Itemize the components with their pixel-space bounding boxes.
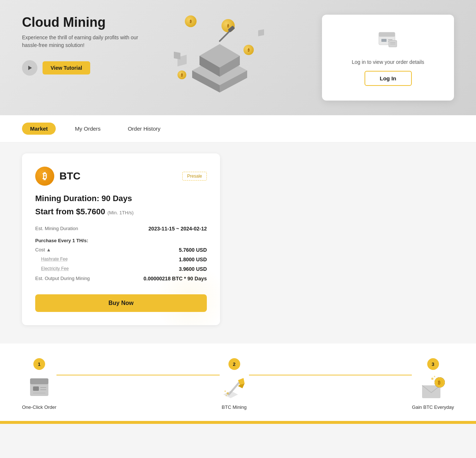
- step-1-top: 1: [33, 358, 45, 370]
- card-header-left: ₿ BTC: [35, 167, 81, 186]
- play-button[interactable]: [22, 60, 37, 76]
- nav-bar: Market My Orders Order History: [0, 115, 476, 142]
- step-connector-2: [249, 375, 412, 375]
- table-row: Est. Mining Duration 2023-11-15 ~ 2024-0…: [35, 224, 207, 233]
- btc-logo: ₿: [35, 167, 54, 186]
- hero-left: Cloud Mining Experience the thrill of ea…: [22, 15, 150, 76]
- step-1-label: One-Click Order: [22, 404, 56, 410]
- min-label: (Min. 1TH/s): [107, 210, 134, 215]
- hashrate-fee-label: Hashrate Fee: [35, 255, 115, 264]
- step-3-top: 3: [427, 358, 439, 370]
- svg-rect-23: [33, 386, 39, 391]
- mining-rig-svg: [155, 12, 284, 92]
- svg-line-7: [220, 30, 231, 41]
- svg-point-31: [224, 390, 226, 392]
- hero-title: Cloud Mining: [22, 15, 150, 30]
- est-output-label: Est. Output During Mining: [35, 274, 115, 283]
- details-table: Est. Mining Duration 2023-11-15 ~ 2024-0…: [35, 224, 207, 283]
- step-1-circle: 1: [33, 358, 45, 370]
- step-3-group: 3 ₿ Gain BTC Everyday: [412, 358, 454, 410]
- step-2-top: 2: [228, 358, 240, 370]
- mining-icon: [220, 374, 249, 400]
- mining-card: ₿ BTC Presale Mining Duration: 90 Days S…: [22, 153, 220, 325]
- step-3-circle: 3: [427, 358, 439, 370]
- table-row: Purchase Every 1 TH/s:: [35, 233, 207, 245]
- order-icon: [26, 375, 52, 399]
- mining-duration: Mining Duration: 90 Days: [35, 194, 207, 203]
- est-output-value: 0.00000218 BTC * 90 Days: [115, 274, 207, 283]
- svg-text:₿: ₿: [438, 380, 440, 385]
- login-card: Log in to view your order details Log In: [322, 15, 454, 101]
- login-button[interactable]: Log In: [365, 71, 412, 86]
- isometric-scene: ₿ ₿ ₿ ₿: [155, 12, 284, 103]
- start-price-value: Start from $5.7600: [35, 207, 105, 216]
- svg-rect-15: [381, 39, 387, 42]
- svg-rect-11: [258, 29, 264, 36]
- svg-rect-22: [30, 378, 48, 384]
- buy-now-button[interactable]: Buy Now: [35, 294, 207, 312]
- purchase-label: Purchase Every 1 TH/s:: [35, 233, 207, 245]
- svg-marker-33: [223, 391, 238, 398]
- step-2-label: BTC Mining: [222, 404, 247, 410]
- est-duration-label: Est. Mining Duration: [35, 224, 115, 233]
- svg-marker-0: [28, 66, 32, 70]
- step-2-circle: 2: [228, 358, 240, 370]
- table-row: Hashrate Fee 1.8000 USD: [35, 255, 207, 264]
- svg-rect-14: [379, 32, 395, 37]
- hero-subtitle: Experience the thrill of earning daily p…: [22, 34, 150, 49]
- tab-order-history[interactable]: Order History: [120, 123, 168, 135]
- hero-actions: View Tutorial: [22, 60, 150, 76]
- hashrate-fee-value: 1.8000 USD: [115, 255, 207, 264]
- svg-rect-18: [389, 40, 397, 47]
- step-1-icon: [25, 374, 54, 400]
- order-details-icon: [377, 29, 399, 51]
- tab-market[interactable]: Market: [22, 123, 56, 135]
- cost-label: Cost ▲: [35, 245, 115, 255]
- main-content: ₿ BTC Presale Mining Duration: 90 Days S…: [0, 142, 476, 336]
- step-1-group: 1 One-Click Order: [22, 358, 56, 410]
- login-card-text: Log in to view your order details: [352, 59, 424, 65]
- svg-rect-12: [174, 52, 180, 59]
- steps-section: 1 One-Click Order 2: [0, 344, 476, 421]
- table-row: Electricity Fee 3.9600 USD: [35, 264, 207, 274]
- step-3-icon: ₿: [418, 374, 448, 400]
- step-3-label: Gain BTC Everyday: [412, 404, 454, 410]
- presale-badge: Presale: [182, 172, 207, 181]
- tutorial-button[interactable]: View Tutorial: [43, 61, 90, 74]
- step-2-icon: [220, 374, 249, 400]
- tab-my-orders[interactable]: My Orders: [67, 123, 109, 135]
- electricity-fee-label: Electricity Fee: [35, 264, 115, 274]
- table-row: Cost ▲ 5.7600 USD: [35, 245, 207, 255]
- electricity-fee-value: 3.9600 USD: [115, 264, 207, 274]
- steps-row: 1 One-Click Order 2: [22, 358, 454, 410]
- step-connector-1: [56, 375, 220, 375]
- svg-point-40: [434, 376, 435, 377]
- start-price: Start from $5.7600 (Min. 1TH/s): [35, 207, 207, 217]
- hero-section: Cloud Mining Experience the thrill of ea…: [0, 0, 476, 115]
- gain-icon: ₿: [418, 374, 448, 400]
- step-2-group: 2 BTC Mining: [220, 358, 249, 410]
- card-header: ₿ BTC Presale: [35, 167, 207, 186]
- table-row: Est. Output During Mining 0.00000218 BTC…: [35, 274, 207, 283]
- bottom-bar: [0, 421, 476, 424]
- cost-value: 5.7600 USD: [115, 245, 207, 255]
- coin-name: BTC: [59, 170, 81, 182]
- svg-point-39: [431, 378, 433, 380]
- est-duration-value: 2023-11-15 ~ 2024-02-12: [115, 224, 207, 233]
